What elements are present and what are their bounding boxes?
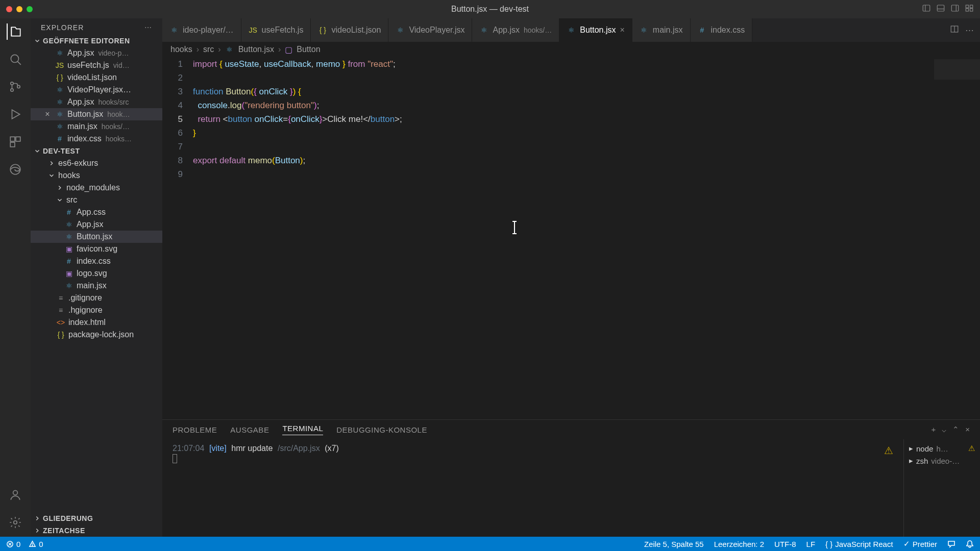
svg-rect-7 (970, 5, 973, 8)
run-debug-icon[interactable] (7, 106, 23, 122)
file-item[interactable]: #index.css (31, 255, 162, 267)
open-editor-item[interactable]: ⚛VideoPlayer.jsx… (31, 84, 162, 96)
breadcrumb[interactable]: hooks› src› ⚛ Button.jsx› ▢ Button (162, 42, 980, 57)
minimap[interactable] (934, 57, 980, 419)
status-bar: 0 0 Zeile 5, Spalte 55 Leerzeichen: 2 UT… (0, 537, 980, 551)
more-icon[interactable]: ⋯ (965, 25, 974, 36)
editor-tab[interactable]: ⚛main.jsx (632, 18, 691, 42)
terminal-instance[interactable]: ▸node h…⚠ (909, 442, 975, 455)
panel-tabs: PROBLEMEAUSGABETERMINALDEBUGGING-KONSOLE… (162, 420, 980, 439)
layout-grid-icon[interactable] (965, 4, 974, 15)
panel-tab[interactable]: TERMINAL (282, 424, 323, 435)
status-cursor-pos[interactable]: Zeile 5, Spalte 55 (644, 540, 704, 548)
svg-rect-6 (966, 5, 968, 8)
feedback-icon[interactable] (947, 540, 955, 548)
json-icon: { } (318, 26, 327, 34)
close-panel-icon[interactable]: × (965, 425, 970, 434)
status-errors[interactable]: 0 (6, 540, 20, 548)
warning-icon[interactable]: ⚠ (884, 439, 893, 457)
editor-tab[interactable]: #index.css (691, 18, 753, 42)
folder-item[interactable]: hooks (31, 169, 162, 182)
file-item[interactable]: { }package-lock.json (31, 329, 162, 341)
split-editor-icon[interactable] (950, 24, 959, 36)
open-editors-header[interactable]: GEÖFFNETE EDITOREN (31, 35, 162, 47)
chevron-right-icon (48, 160, 55, 167)
file-item[interactable]: ⚛App.jsx (31, 218, 162, 231)
terminal-list: ▸node h…⚠▸zsh video-… (903, 439, 980, 537)
svg-icon: ▣ (64, 245, 74, 253)
bottom-panel: PROBLEMEAUSGABETERMINALDEBUGGING-KONSOLE… (162, 419, 980, 537)
open-editor-item[interactable]: #index.csshooks… (31, 133, 162, 145)
panel-tab[interactable]: AUSGABE (230, 425, 269, 434)
svg-rect-17 (16, 137, 20, 141)
open-editor-item[interactable]: ⚛App.jsxhooks/src (31, 96, 162, 108)
extensions-icon[interactable] (7, 134, 23, 150)
file-item[interactable]: ⚛Button.jsx (31, 231, 162, 243)
close-icon[interactable]: × (620, 26, 624, 35)
terminal-output[interactable]: 21:07:04 [vite] hmr update /src/App.jsx … (162, 439, 884, 537)
editor-tab[interactable]: ⚛ideo-player/… (162, 18, 241, 42)
panel-tab[interactable]: PROBLEME (173, 425, 217, 434)
terminal-icon: ▸ (909, 444, 913, 453)
folder-item[interactable]: es6-exkurs (31, 157, 162, 169)
layout-bottom-icon[interactable] (936, 4, 945, 15)
settings-gear-icon[interactable] (7, 514, 23, 531)
file-item[interactable]: <>index.html (31, 316, 162, 329)
open-editor-item[interactable]: { }videoList.json (31, 71, 162, 84)
file-item[interactable]: #App.css (31, 206, 162, 218)
project-header[interactable]: DEV-TEST (31, 145, 162, 157)
symbol-icon: ▢ (285, 45, 292, 55)
js-icon: JS (55, 61, 64, 69)
minimize-window-button[interactable] (16, 6, 22, 12)
close-icon[interactable]: × (43, 110, 52, 119)
status-indent[interactable]: Leerzeichen: 2 (714, 540, 764, 548)
status-eol[interactable]: LF (806, 540, 816, 548)
maximize-panel-icon[interactable]: ⌃ (952, 425, 959, 434)
file-item[interactable]: ≡.hgignore (31, 304, 162, 316)
close-window-button[interactable] (6, 6, 12, 12)
css-icon: # (55, 135, 64, 143)
status-encoding[interactable]: UTF-8 (774, 540, 796, 548)
folder-item[interactable]: node_modules (31, 182, 162, 194)
more-icon[interactable]: ⋯ (144, 23, 152, 32)
svg-point-21 (14, 521, 17, 524)
code-editor[interactable]: 123456789 import { useState, useCallback… (162, 57, 980, 419)
layout-left-icon[interactable] (922, 4, 931, 15)
new-terminal-icon[interactable]: + (931, 425, 936, 434)
svg-icon: ▣ (64, 269, 74, 278)
file-item[interactable]: ▣favicon.svg (31, 243, 162, 255)
timeline-header[interactable]: ZEITACHSE (31, 524, 162, 537)
file-item[interactable]: ▣logo.svg (31, 267, 162, 280)
search-icon[interactable] (7, 51, 23, 67)
account-icon[interactable] (7, 487, 23, 503)
explorer-icon[interactable] (7, 23, 23, 40)
file-item[interactable]: ⚛main.jsx (31, 280, 162, 292)
status-language[interactable]: { } JavaScript React (825, 540, 893, 548)
editor-tab[interactable]: { }videoList.json (311, 18, 388, 42)
terminal-dropdown-icon[interactable]: ⌵ (942, 425, 946, 434)
terminal-instance[interactable]: ▸zsh video-… (909, 455, 975, 467)
open-editor-item[interactable]: ×⚛Button.jsxhook… (31, 108, 162, 120)
editor-tab[interactable]: ⚛Button.jsx× (559, 18, 632, 42)
status-warnings[interactable]: 0 (29, 540, 43, 548)
open-editor-item[interactable]: ⚛App.jsxvideo-p… (31, 47, 162, 59)
editor-tab[interactable]: ⚛App.jsxhooks/… (472, 18, 559, 42)
folder-item[interactable]: src (31, 194, 162, 206)
file-item[interactable]: ≡.gitignore (31, 292, 162, 304)
layout-right-icon[interactable] (950, 4, 960, 15)
edge-icon[interactable] (7, 161, 23, 178)
status-prettier[interactable]: ✓ Prettier (903, 539, 937, 548)
maximize-window-button[interactable] (27, 6, 33, 12)
svg-rect-0 (923, 5, 930, 11)
editor-tab[interactable]: ⚛VideoPlayer.jsx (388, 18, 472, 42)
js-icon: JS (249, 26, 258, 34)
bell-icon[interactable] (966, 540, 974, 548)
open-editor-item[interactable]: JSuseFetch.jsvid… (31, 59, 162, 71)
panel-tab[interactable]: DEBUGGING-KONSOLE (336, 425, 427, 434)
css-icon: # (698, 26, 707, 34)
json-icon: { } (55, 73, 64, 82)
outline-header[interactable]: GLIEDERUNG (31, 512, 162, 524)
editor-tab[interactable]: JSuseFetch.js (241, 18, 311, 42)
open-editor-item[interactable]: ⚛main.jsxhooks/… (31, 120, 162, 133)
source-control-icon[interactable] (7, 79, 23, 95)
